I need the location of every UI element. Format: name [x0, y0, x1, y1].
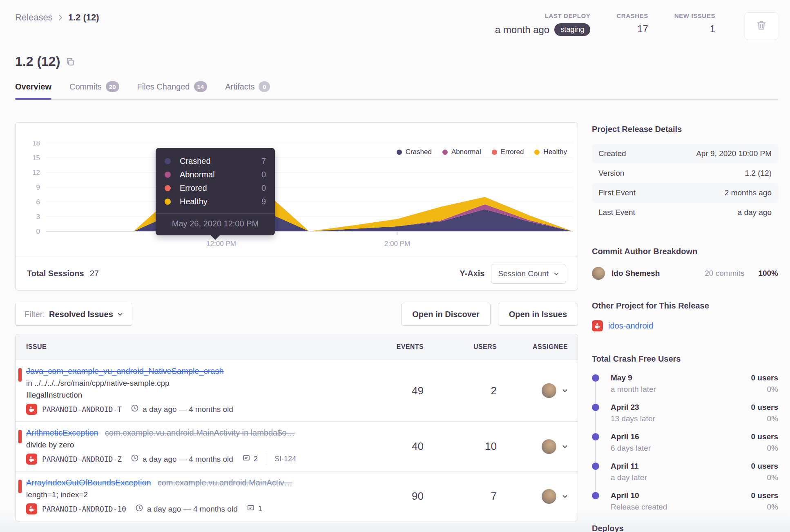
column-header-users: USERS	[428, 343, 504, 351]
timeline-percent: 0%	[751, 503, 778, 512]
tab-files-changed[interactable]: Files Changed 14	[137, 81, 208, 99]
timeline-sub: 13 days later	[611, 414, 655, 423]
tooltip-abnormal-label: Abnormal	[180, 170, 215, 179]
legend-item-abnormal[interactable]: Abnormal	[442, 148, 481, 156]
timeline-percent: 0%	[751, 444, 778, 453]
svg-text:2:00 PM: 2:00 PM	[384, 240, 410, 247]
legend-item-errored[interactable]: Errored	[492, 148, 524, 156]
tab-commits-badge: 20	[106, 81, 119, 92]
deploys-heading: Deploys	[592, 524, 778, 532]
external-issue-ref[interactable]: SI-124	[274, 455, 296, 463]
sessions-area-chart[interactable]: 036912151812:00 PM2:00 PM	[20, 141, 573, 247]
author-name: Ido Shemesh	[611, 269, 705, 278]
timeline-percent: 0%	[751, 414, 778, 423]
commit-authors-heading: Commit Author Breakdown	[592, 247, 778, 256]
project-slug[interactable]: PARANOID-ANDROID-Z	[42, 455, 122, 463]
issue-culprit: com.example.vu.android.MainActivity in l…	[105, 428, 295, 438]
page-title: 1.2 (12)	[15, 54, 60, 69]
chevron-right-icon	[58, 13, 63, 22]
legend-abnormal-label: Abnormal	[451, 148, 481, 156]
tab-artifacts[interactable]: Artifacts 0	[225, 81, 270, 99]
sidebar: Project Release Details Created Apr 9, 2…	[592, 122, 778, 532]
crash-free-timeline: May 9 a month later 0 users 0% April 23 …	[592, 373, 778, 512]
issue-users-count: 7	[428, 472, 504, 521]
crashed-dot-icon	[165, 158, 171, 164]
issue-title-link[interactable]: ArithmeticException	[26, 428, 98, 438]
tooltip-abnormal-value: 0	[261, 170, 266, 179]
timeline-users: 0 users	[751, 403, 778, 412]
issue-message: length=1; index=2	[26, 490, 359, 499]
error-level-bar	[18, 480, 22, 493]
chart-footer: Total Sessions 27 Y-Axis Session Count	[16, 257, 578, 290]
timeline-users: 0 users	[751, 462, 778, 471]
other-project-link[interactable]: idos-android	[608, 321, 653, 331]
issue-title-link[interactable]: ArrayIndexOutOfBoundsException	[26, 478, 151, 487]
chevron-down-icon[interactable]	[562, 493, 568, 500]
assignee-avatar[interactable]	[542, 439, 556, 454]
project-coffee-icon[interactable]	[26, 454, 37, 465]
tooltip-row-healthy: Healthy 9	[165, 195, 266, 208]
chevron-down-icon	[553, 271, 559, 277]
y-axis-select[interactable]: Session Count	[491, 264, 566, 284]
project-slug[interactable]: PARANOID-ANDROID-T	[42, 405, 122, 414]
crash-free-heading: Total Crash Free Users	[592, 354, 778, 364]
issue-age: a day ago — 4 months old	[143, 405, 233, 414]
project-coffee-icon	[592, 320, 603, 331]
detail-value: 2 months ago	[725, 188, 772, 197]
chevron-down-icon[interactable]	[562, 443, 568, 450]
issue-events-count: 90	[359, 472, 428, 521]
issues-table: ISSUE EVENTS USERS ASSIGNEE Java_com_exa…	[15, 334, 578, 521]
stat-new-issues-label: NEW ISSUES	[674, 12, 715, 19]
project-coffee-icon[interactable]	[26, 404, 37, 415]
detail-label: Last Event	[598, 208, 635, 217]
legend-item-healthy[interactable]: Healthy	[534, 148, 567, 156]
detail-value: 1.2 (12)	[745, 169, 772, 178]
stat-last-deploy: LAST DEPLOY a month ago staging	[495, 12, 590, 36]
timeline-entry: April 23 13 days later 0 users 0%	[592, 403, 778, 423]
svg-text:9: 9	[36, 183, 40, 191]
tooltip-crashed-value: 7	[261, 156, 266, 166]
title-row: 1.2 (12)	[15, 54, 778, 69]
sessions-chart: 036912151812:00 PM2:00 PM Crashed Abnorm…	[16, 141, 578, 247]
stat-last-deploy-label: LAST DEPLOY	[495, 12, 590, 19]
tooltip-healthy-value: 9	[261, 197, 266, 206]
y-axis-selected-value: Session Count	[498, 269, 549, 278]
issues-filter-dropdown[interactable]: Filter: Resolved Issues	[15, 303, 132, 326]
legend-errored-label: Errored	[501, 148, 524, 156]
timeline-date: April 23	[611, 403, 655, 412]
open-in-discover-button[interactable]: Open in Discover	[401, 303, 491, 326]
copy-icon[interactable]	[66, 57, 75, 68]
detail-label: First Event	[598, 188, 636, 197]
stat-crashes-value: 17	[637, 23, 648, 35]
errored-dot-icon	[165, 185, 171, 191]
timeline-date: May 9	[611, 373, 656, 382]
legend-crashed-label: Crashed	[406, 148, 432, 156]
tab-artifacts-label: Artifacts	[225, 82, 254, 92]
detail-label: Version	[598, 169, 624, 178]
assignee-avatar[interactable]	[542, 383, 556, 398]
svg-text:12: 12	[32, 169, 40, 177]
timeline-dot-icon	[592, 463, 599, 470]
open-in-issues-button[interactable]: Open in Issues	[498, 303, 578, 326]
delete-release-button[interactable]	[745, 12, 778, 40]
breadcrumb-releases-link[interactable]: Releases	[15, 12, 53, 23]
timeline-dot-icon	[592, 374, 599, 382]
project-coffee-icon[interactable]	[26, 503, 37, 514]
project-slug[interactable]: PARANOID-ANDROID-10	[42, 505, 126, 513]
tab-overview[interactable]: Overview	[15, 81, 51, 99]
assignee-avatar[interactable]	[542, 489, 556, 504]
timeline-date: April 16	[611, 432, 651, 441]
chevron-down-icon[interactable]	[562, 387, 568, 394]
chart-legend: Crashed Abnormal Errored Healthy	[397, 148, 567, 156]
environment-badge: staging	[554, 23, 590, 36]
tab-commits[interactable]: Commits 20	[69, 81, 119, 99]
clock-icon	[135, 504, 143, 514]
clock-icon	[131, 404, 139, 414]
legend-item-crashed[interactable]: Crashed	[397, 148, 432, 156]
filter-selected-value: Resolved Issues	[49, 310, 113, 319]
errored-dot-icon	[492, 150, 497, 155]
release-stats: LAST DEPLOY a month ago staging CRASHES …	[495, 12, 778, 40]
stat-crashes-label: CRASHES	[616, 12, 648, 19]
issue-title-link[interactable]: Java_com_example_vu_android_NativeSample…	[26, 367, 224, 376]
issues-table-header: ISSUE EVENTS USERS ASSIGNEE	[16, 334, 578, 360]
